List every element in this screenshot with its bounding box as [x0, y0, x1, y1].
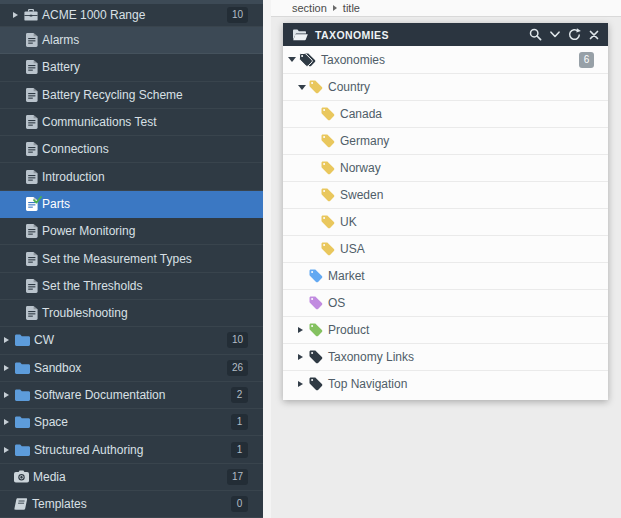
count-badge: 26	[227, 360, 248, 376]
sidebar-item-label: Alarms	[42, 33, 79, 47]
panel-header-actions	[529, 28, 599, 41]
document-icon	[26, 33, 38, 47]
caret-right-icon[interactable]	[4, 447, 15, 453]
sidebar-item-set-the-measurement-types[interactable]: Set the Measurement Types	[0, 245, 263, 272]
sidebar-item-label: Media	[33, 470, 66, 484]
sidebar-item-software-documentation[interactable]: Software Documentation2	[0, 382, 263, 409]
breadcrumb-separator-icon	[333, 5, 337, 11]
folder-open-icon	[292, 29, 308, 41]
sidebar-item-label: Sandbox	[34, 361, 81, 375]
taxonomy-node-norway[interactable]: Norway	[283, 154, 608, 181]
document-icon	[26, 170, 38, 184]
sidebar-item-battery[interactable]: Battery	[0, 54, 263, 81]
folder-icon	[15, 362, 30, 374]
sidebar-item-parts[interactable]: Parts	[0, 191, 263, 218]
taxonomies-panel-header: TAXONOMIES	[283, 23, 608, 46]
sidebar-item-structured-authoring[interactable]: Structured Authoring1	[0, 436, 263, 463]
sidebar-tree: ACME 1000 Range10AlarmsBatteryBattery Re…	[0, 4, 263, 518]
folder-icon	[15, 416, 30, 428]
briefcase-icon	[24, 9, 38, 21]
count-badge: 10	[227, 332, 248, 348]
sidebar-item-label: Battery	[42, 60, 80, 74]
refresh-icon[interactable]	[568, 28, 581, 41]
taxonomy-node-os[interactable]: OS	[283, 289, 608, 316]
count-badge: 17	[227, 469, 248, 485]
taxonomy-node-top-navigation[interactable]: Top Navigation	[283, 370, 608, 397]
sidebar-item-communications-test[interactable]: Communications Test	[0, 109, 263, 136]
sidebar-item-label: Set the Thresholds	[42, 279, 143, 293]
count-badge: 0	[231, 496, 248, 512]
sidebar-item-acme-1000-range[interactable]: ACME 1000 Range10	[0, 4, 263, 27]
breadcrumb-title[interactable]: title	[343, 2, 360, 14]
sidebar-item-power-monitoring[interactable]: Power Monitoring	[0, 218, 263, 245]
sidebar-item-label: Introduction	[42, 170, 105, 184]
sidebar-item-introduction[interactable]: Introduction	[0, 163, 263, 190]
chevron-down-icon[interactable]	[550, 31, 560, 38]
sidebar-item-templates[interactable]: Templates0	[0, 491, 263, 518]
taxonomy-node-canada[interactable]: Canada	[283, 100, 608, 127]
caret-right-icon[interactable]	[298, 354, 309, 360]
taxonomies-panel: TAXONOMIES Taxonomies6CountryCanadaGerma…	[283, 23, 608, 400]
document-icon	[26, 252, 38, 266]
document-icon	[26, 306, 38, 320]
caret-right-icon[interactable]	[4, 419, 15, 425]
caret-right-icon[interactable]	[298, 381, 309, 387]
tag-icon	[321, 107, 335, 121]
sidebar-item-alarms[interactable]: Alarms	[0, 27, 263, 54]
sidebar-item-label: Communications Test	[42, 115, 157, 129]
caret-right-icon[interactable]	[4, 365, 15, 371]
caret-right-icon[interactable]	[298, 327, 309, 333]
count-badge: 10	[227, 7, 248, 23]
sidebar-item-troubleshooting[interactable]: Troubleshooting	[0, 300, 263, 327]
document-icon	[26, 197, 38, 211]
folder-icon	[15, 389, 30, 401]
count-badge: 1	[231, 442, 248, 458]
taxonomy-node-taxonomy-links[interactable]: Taxonomy Links	[283, 343, 608, 370]
tree-item-label: Country	[328, 80, 370, 94]
document-icon	[26, 88, 38, 102]
taxonomy-node-uk[interactable]: UK	[283, 208, 608, 235]
tree-item-label: UK	[340, 215, 357, 229]
sidebar-item-label: Structured Authoring	[34, 443, 143, 457]
content-area: section title TAXONOMIES Taxonomies6Coun…	[271, 0, 621, 518]
document-icon	[26, 224, 38, 238]
taxonomy-node-taxonomies[interactable]: Taxonomies6	[283, 46, 608, 73]
sidebar-item-sandbox[interactable]: Sandbox26	[0, 355, 263, 382]
taxonomy-node-sweden[interactable]: Sweden	[283, 181, 608, 208]
sidebar-item-label: Connections	[42, 142, 109, 156]
tags-icon	[299, 53, 316, 67]
taxonomy-node-germany[interactable]: Germany	[283, 127, 608, 154]
sidebar-item-media[interactable]: Media17	[0, 464, 263, 491]
check-icon	[33, 193, 42, 207]
caret-right-icon[interactable]	[4, 392, 15, 398]
tree-item-label: Norway	[340, 161, 381, 175]
sidebar-item-cw[interactable]: CW10	[0, 327, 263, 354]
taxonomy-node-country[interactable]: Country	[283, 73, 608, 100]
caret-down-icon[interactable]	[298, 85, 309, 90]
breadcrumb-section[interactable]: section	[292, 2, 327, 14]
sidebar-item-label: Set the Measurement Types	[42, 252, 192, 266]
taxonomy-node-usa[interactable]: USA	[283, 235, 608, 262]
tree-item-label: Taxonomies	[321, 53, 385, 67]
tree-item-label: Top Navigation	[328, 377, 407, 391]
tree-item-label: USA	[340, 242, 365, 256]
tag-icon	[321, 161, 335, 175]
sidebar-scrollbar[interactable]	[263, 0, 271, 518]
close-icon[interactable]	[589, 30, 599, 40]
tree-item-label: Sweden	[340, 188, 383, 202]
sidebar-item-set-the-thresholds[interactable]: Set the Thresholds	[0, 273, 263, 300]
caret-down-icon[interactable]	[288, 57, 299, 62]
sidebar-item-label: Templates	[32, 497, 87, 511]
sidebar-item-battery-recycling-scheme[interactable]: Battery Recycling Scheme	[0, 82, 263, 109]
sidebar-item-space[interactable]: Space1	[0, 409, 263, 436]
sidebar-item-label: Space	[34, 415, 68, 429]
taxonomy-node-product[interactable]: Product	[283, 316, 608, 343]
document-icon	[26, 115, 38, 129]
sidebar-item-connections[interactable]: Connections	[0, 136, 263, 163]
caret-right-icon[interactable]	[4, 337, 15, 343]
search-icon[interactable]	[529, 28, 542, 41]
sidebar-item-label: CW	[34, 333, 54, 347]
caret-right-icon[interactable]	[13, 12, 24, 18]
taxonomy-node-market[interactable]: Market	[283, 262, 608, 289]
tag-icon	[309, 296, 323, 310]
